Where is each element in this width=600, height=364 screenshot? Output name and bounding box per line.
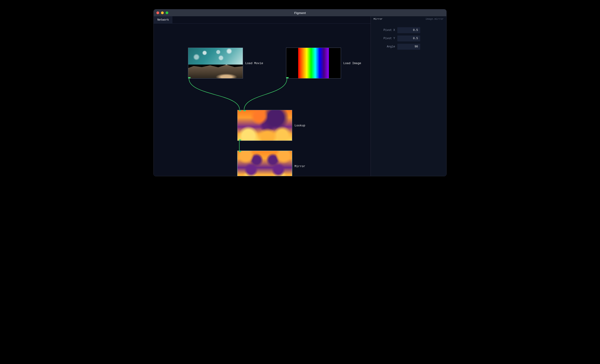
param-label: Angle <box>374 45 395 48</box>
param-value-input[interactable]: 0.5 <box>397 36 420 41</box>
node-thumbnail <box>286 48 341 79</box>
node-thumbnail <box>188 48 243 79</box>
graph-canvas[interactable]: Load Movie Load Image <box>154 24 371 176</box>
maximize-icon[interactable] <box>166 11 168 14</box>
param-pivot-y: Pivot Y 0.5 <box>374 36 443 41</box>
node-thumbnail <box>237 151 292 176</box>
graph-panel[interactable]: Network <box>154 16 371 176</box>
node-label: Load Image <box>343 61 361 65</box>
inspector-node-name: Mirror <box>374 18 383 20</box>
node-lookup[interactable]: Lookup <box>237 110 292 141</box>
minimize-icon[interactable] <box>161 11 164 14</box>
tab-network[interactable]: Network <box>154 16 172 23</box>
close-icon[interactable] <box>156 11 159 14</box>
param-value-input[interactable]: 0.5 <box>397 27 420 33</box>
node-thumbnail <box>237 110 292 141</box>
inspector-panel: Mirror image.mirror Pivot X 0.5 Pivot Y … <box>371 16 446 176</box>
node-mirror[interactable]: Mirror <box>237 151 292 176</box>
titlebar[interactable]: Figment <box>154 9 446 16</box>
inspector-node-type: image.mirror <box>425 18 444 20</box>
node-label: Load Movie <box>245 61 263 65</box>
traffic-lights <box>156 11 168 14</box>
param-pivot-x: Pivot X 0.5 <box>374 27 443 33</box>
node-load-movie[interactable]: Load Movie <box>188 48 243 79</box>
app-window: Figment Network <box>153 9 447 176</box>
param-label: Pivot Y <box>374 37 395 40</box>
inspector-header: Mirror image.mirror <box>371 16 446 22</box>
param-value-input[interactable]: 90 <box>397 44 420 50</box>
tabbar: Network <box>154 16 371 24</box>
node-label: Lookup <box>294 124 305 127</box>
param-angle: Angle 90 <box>374 44 443 50</box>
param-label: Pivot X <box>374 29 395 32</box>
node-load-image[interactable]: Load Image <box>286 48 341 79</box>
node-label: Mirror <box>294 164 305 168</box>
app-title: Figment <box>294 11 306 15</box>
